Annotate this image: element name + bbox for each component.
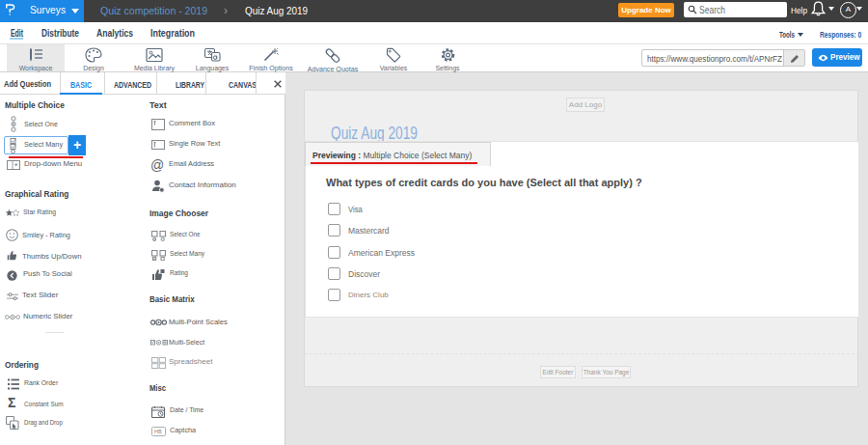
svg-text:HB: HB <box>154 429 162 434</box>
